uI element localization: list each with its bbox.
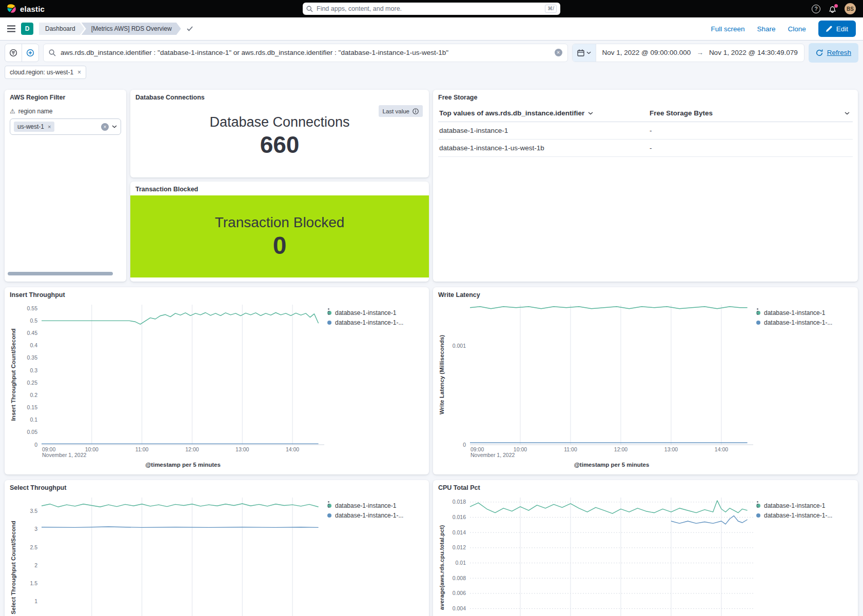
legend-label: database-1-instance-1: [335, 502, 424, 509]
svg-text:0.25: 0.25: [27, 380, 38, 386]
logo-wordmark: elastic: [20, 5, 45, 13]
svg-text:0.3: 0.3: [30, 367, 37, 373]
svg-text:0.018: 0.018: [453, 499, 466, 505]
avatar[interactable]: BS: [845, 3, 856, 14]
clone-button[interactable]: Clone: [788, 25, 806, 33]
legend-item[interactable]: database-1-instance-1: [756, 501, 853, 510]
svg-text:10:00: 10:00: [514, 446, 527, 452]
table-row: database-1-instance-1-us-west-1b -: [438, 140, 853, 157]
svg-text:0.004: 0.004: [453, 605, 466, 611]
clear-query-icon[interactable]: ×: [555, 49, 562, 56]
remove-selection-icon[interactable]: ×: [48, 124, 51, 130]
metric-colored-block: Transaction Blocked 0: [130, 195, 429, 277]
select-throughput-chart[interactable]: 0.511.522.533.509:0010:0011:0012:0013:00…: [9, 493, 425, 616]
legend-options-icon[interactable]: [756, 308, 759, 315]
search-icon: [306, 6, 313, 12]
svg-text:10:00: 10:00: [85, 446, 99, 452]
time-range: Nov 1, 2022 @ 09:00:00.000 → Nov 1, 2022…: [596, 49, 804, 56]
horizontal-scrollbar[interactable]: [8, 272, 113, 275]
panel-title: Write Latency: [433, 287, 858, 299]
cell-value: -: [650, 127, 853, 134]
svg-text:0.014: 0.014: [453, 529, 466, 535]
arrow-right-icon: →: [696, 49, 703, 56]
table-header-row: Top values of aws.rds.db_instance.identi…: [438, 104, 853, 122]
panel-title: CPU Total Pct: [433, 480, 858, 491]
legend-item[interactable]: database-1-instance-1: [327, 501, 424, 510]
search-shortcut-badge: ⌘/: [545, 5, 557, 13]
legend-color-dot: [756, 321, 760, 325]
svg-text:3.5: 3.5: [30, 508, 37, 514]
panel-select-throughput: Select Throughput 0.511.522.533.509:0010…: [5, 480, 429, 616]
svg-text:13:00: 13:00: [664, 446, 678, 452]
plus-circle-icon: [26, 49, 34, 57]
clear-selection-icon[interactable]: ×: [101, 123, 109, 131]
chevron-down-icon: [586, 51, 591, 54]
legend-color-dot: [327, 513, 331, 518]
date-quick-select-button[interactable]: [573, 44, 596, 62]
legend-options-icon[interactable]: [327, 501, 330, 508]
panel-transaction-blocked: Transaction Blocked Transaction Blocked …: [130, 182, 429, 282]
legend-options-icon[interactable]: [327, 308, 330, 315]
legend-item[interactable]: database-1-instance-1-...: [756, 510, 853, 520]
add-filter-button[interactable]: [22, 44, 39, 62]
svg-text:14:00: 14:00: [286, 446, 299, 452]
cell-value: -: [650, 144, 853, 152]
chart-legend: database-1-instance-1database-1-instance…: [756, 501, 853, 520]
sort-chevron-icon[interactable]: [588, 112, 593, 115]
remove-filter-icon[interactable]: ×: [77, 69, 81, 76]
metric: Database Connections 660: [130, 113, 429, 158]
edit-button[interactable]: Edit: [818, 21, 856, 37]
time-range-end[interactable]: Nov 1, 2022 @ 14:30:49.079: [709, 49, 798, 56]
refresh-button[interactable]: Refresh: [809, 43, 858, 63]
panel-write-latency: Write Latency 00.00109:0010:0011:0012:00…: [433, 287, 858, 474]
legend-item[interactable]: database-1-instance-1: [756, 308, 853, 317]
share-button[interactable]: Share: [757, 25, 775, 33]
dashboard-app-icon[interactable]: D: [21, 23, 33, 35]
legend-label: database-1-instance-1: [335, 309, 424, 316]
cpu-total-pct-chart[interactable]: 0.0040.0060.0080.010.0120.0140.0160.0180…: [437, 493, 854, 616]
panel-title: AWS Region Filter: [5, 90, 126, 101]
breadcrumb-current[interactable]: [Metrics AWS] RDS Overview: [82, 23, 181, 35]
column-header-identifier[interactable]: Top values of aws.rds.db_instance.identi…: [438, 109, 650, 117]
svg-text:12:00: 12:00: [614, 446, 627, 452]
svg-text:0.016: 0.016: [453, 514, 466, 520]
global-search[interactable]: ⌘/: [303, 3, 560, 15]
svg-text:0.008: 0.008: [453, 575, 466, 581]
breadcrumb-dashboard[interactable]: Dashboard: [39, 23, 85, 35]
legend-options-icon[interactable]: [756, 501, 759, 508]
svg-text:14:00: 14:00: [715, 446, 728, 452]
legend-item[interactable]: database-1-instance-1-...: [756, 317, 853, 327]
region-selected-pill[interactable]: us-west-1 ×: [14, 122, 54, 132]
region-combo-box[interactable]: us-west-1 × ×: [10, 118, 121, 135]
free-storage-table: Top values of aws.rds.db_instance.identi…: [438, 104, 853, 157]
chart-legend: database-1-instance-1database-1-instance…: [327, 308, 424, 327]
legend-item[interactable]: database-1-instance-1: [327, 308, 424, 317]
svg-text:0.45: 0.45: [27, 330, 38, 336]
chart-legend: database-1-instance-1database-1-instance…: [756, 308, 853, 327]
legend-label: database-1-instance-1-...: [335, 319, 424, 326]
elastic-logo[interactable]: elastic: [0, 4, 45, 14]
help-icon[interactable]: ?: [812, 5, 820, 13]
saved-query-button[interactable]: [5, 44, 22, 62]
cell-identifier: database-1-instance-1: [438, 127, 650, 134]
legend-item[interactable]: database-1-instance-1-...: [327, 510, 424, 520]
svg-text:13:00: 13:00: [236, 446, 249, 452]
svg-text:0.012: 0.012: [453, 544, 466, 550]
chevron-down-icon[interactable]: [112, 125, 117, 128]
chart-legend: database-1-instance-1database-1-instance…: [327, 501, 424, 520]
global-search-input[interactable]: [317, 5, 541, 12]
legend-item[interactable]: database-1-instance-1-...: [327, 317, 424, 327]
query-input[interactable]: [61, 49, 550, 56]
write-latency-chart[interactable]: 00.00109:0010:0011:0012:0013:0014:00Nove…: [437, 301, 854, 471]
insert-throughput-chart[interactable]: 00.050.10.150.20.250.30.350.40.450.50.55…: [9, 301, 425, 471]
menu-icon[interactable]: [7, 25, 15, 32]
time-range-start[interactable]: Nov 1, 2022 @ 09:00:00.000: [602, 49, 691, 56]
filter-pill-cloud-region[interactable]: cloud.region: us-west-1 ×: [5, 66, 86, 79]
sort-chevron-icon[interactable]: [845, 112, 850, 115]
column-header-free-storage-bytes[interactable]: Free Storage Bytes: [650, 109, 853, 117]
full-screen-button[interactable]: Full screen: [711, 25, 744, 33]
notifications-button[interactable]: [829, 5, 836, 13]
svg-text:@timestamp per 5 minutes: @timestamp per 5 minutes: [574, 462, 650, 468]
global-header: elastic ⌘/ ? BS: [0, 0, 863, 17]
panel-title: Transaction Blocked: [130, 182, 429, 193]
